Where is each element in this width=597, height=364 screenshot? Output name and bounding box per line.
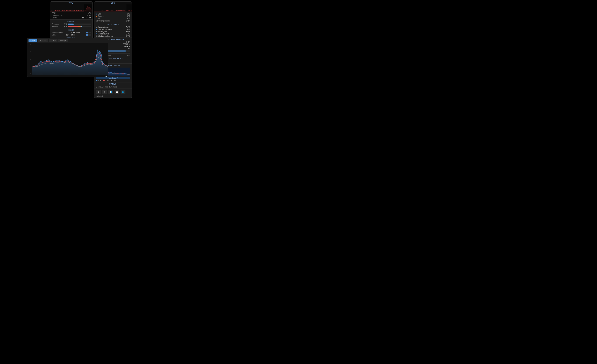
cpu-pct-row: CPU 4% [50, 12, 93, 15]
load5-entry: 1.40 [103, 80, 109, 82]
icon-btn-3[interactable]: 📊 [108, 90, 113, 94]
user-pct: 2% [127, 13, 130, 15]
system-dot: ■ [96, 15, 97, 17]
disk1-free: 875.8 GB free [70, 32, 80, 34]
svg-rect-1 [126, 4, 132, 12]
proc-icon-3: ● [96, 33, 97, 35]
process-row-1: ● iStat Menus Status 6.0% [94, 28, 132, 31]
icon-btn-1[interactable]: 🖥 [96, 90, 101, 94]
x-label-4: 12:51 [58, 77, 62, 77]
memory-title: MEMORY [52, 20, 91, 23]
proc-icon-1: ● [96, 29, 97, 30]
x-label-9: 1:16 [88, 77, 91, 77]
chart-panel: 1 Hour 24 Hours 7 Days 30 Days 4 3 2 1 0 [27, 38, 108, 77]
proc-pct-4: 0.7% [126, 35, 130, 37]
system-pct: 2% [127, 15, 130, 17]
y-label-0: 0 [28, 73, 31, 75]
proc-icon-2: ▣ [96, 31, 98, 33]
icon-btn-4[interactable]: 💾 [115, 90, 119, 94]
chart-yaxis: 4 3 2 1 0 [27, 43, 32, 75]
proc-icon-0: ▣ [96, 26, 98, 28]
gpu-fps-val: 4.8 [127, 54, 130, 56]
disk2-free: 1.24 TB free [66, 34, 75, 36]
pressure-row: Pressure 24% [52, 23, 91, 25]
icon-btn-5[interactable]: 🌐 [121, 90, 126, 94]
svg-rect-0 [84, 4, 93, 12]
gpu-temp-val: 149° [126, 41, 130, 43]
proc-name-3: Microsoft Word [98, 33, 126, 35]
user-dot: ■ [96, 13, 97, 15]
idle-pct: 96% [126, 17, 130, 19]
disk2-row: Data 1.24 TB free [52, 34, 91, 36]
disks-title: DISKS [52, 29, 91, 31]
load1-val: 0.91 [98, 80, 102, 82]
x-label-6: 1:01 [71, 77, 74, 77]
pressure-label: Pressure [52, 23, 61, 25]
tab-24-hours[interactable]: 24 Hours [38, 39, 48, 42]
memory-row: Memory 61% [52, 25, 91, 27]
x-label-5: 12:56 [65, 77, 68, 77]
user-row: ■ User 2% [96, 13, 130, 15]
proc-pct-0: 6.6% [126, 26, 130, 28]
load15-dot [110, 80, 112, 81]
memory-label: Memory [52, 25, 61, 27]
proc-name-2: kernel_task [98, 31, 126, 33]
pressure-bar-fill [68, 23, 74, 25]
gpu-memclock-val: 1.27 GHz [123, 46, 130, 47]
gpu-core-val: 907 MHz [123, 43, 130, 45]
load1-entry: 0.91 [96, 80, 102, 82]
memory-bar-fill-blue [80, 26, 82, 27]
memory-section: MEMORY Pressure 24% Memory 61% [50, 20, 93, 28]
load-legend: 0.91 1.40 1.43 [94, 79, 132, 82]
load5-dot [103, 80, 105, 81]
uptime-text: 2 days, 5 hours, 21 minutes [94, 86, 132, 89]
pressure-pct: 24% [62, 23, 67, 25]
cpu-temp-row: CPU Temperature 149° [96, 20, 130, 22]
processes-title: PROCESSES [94, 23, 132, 26]
tab-1-hour[interactable]: 1 Hour [29, 39, 37, 42]
x-label-10: 1:21 [94, 77, 97, 77]
memory-bar [68, 26, 91, 27]
uptime-label: Uptime [52, 17, 57, 19]
tab-7-days[interactable]: 7 Days [49, 39, 57, 42]
right-widget-title: CPU [94, 1, 132, 4]
process-row-3: ● Microsoft Word 0.7% [94, 33, 132, 35]
system-row: ■ System 2% [96, 15, 130, 17]
uninstall-link[interactable]: Uninstall... [94, 95, 132, 98]
x-label-11: 1:26 [100, 77, 102, 77]
uptime-title: UPTIME [94, 83, 132, 86]
chart-grid [32, 43, 108, 75]
chart-area: 4 3 2 1 0 [27, 43, 108, 77]
disks-section: DISKS Macintosh HD... 875.8 GB free Data… [50, 28, 93, 37]
memory-bar-fill-orange [78, 26, 80, 27]
x-label-7: 1:06 [77, 77, 79, 77]
cpu-label: CPU [52, 12, 55, 14]
process-row-4: ▣ iStatMenusDaemon 0.7% [94, 35, 132, 37]
right-cpu-graph [94, 4, 132, 12]
uptime-value: 2d, 5h, 21m [82, 17, 91, 19]
y-label-3: 3 [28, 51, 31, 53]
clock-icon: 🕐 [105, 76, 107, 77]
process-row-0: ▣ WindowServer 6.6% [94, 26, 132, 28]
load15-val: 1.43 [113, 80, 116, 82]
left-widget-title: CPU [50, 1, 93, 4]
tab-30-days[interactable]: 30 Days [58, 39, 68, 42]
idle-label: Idle [98, 17, 126, 19]
disk2-bar-fill [86, 34, 89, 36]
proc-pct-1: 6.0% [126, 29, 130, 30]
cpu-value: 4% [88, 12, 91, 14]
system-label: System [98, 15, 127, 17]
bottom-icons-bar: 🖥 ⚙ 📊 💾 🌐 [94, 89, 132, 95]
icon-btn-2[interactable]: ⚙ [102, 90, 107, 94]
x-label-2: 12:41 [45, 77, 49, 77]
disk1-row: Macintosh HD... 875.8 GB free [52, 31, 91, 34]
disk2-bar [86, 34, 91, 36]
proc-name-0: WindowServer [98, 26, 126, 28]
gpu-power-val: 33W [126, 48, 130, 50]
user-label: User [98, 13, 127, 15]
uptime-section: UPTIME 2 days, 5 hours, 21 minutes [94, 83, 132, 89]
chart-xaxis: 12:31 12:36 12:41 12:46 12:51 12:56 1:01… [32, 75, 108, 77]
process-row-2: ▣ kernel_task 3.0% [94, 31, 132, 33]
load-avg-row: Load Average 0.91 [50, 15, 93, 17]
cpu-graph-main [50, 4, 93, 12]
